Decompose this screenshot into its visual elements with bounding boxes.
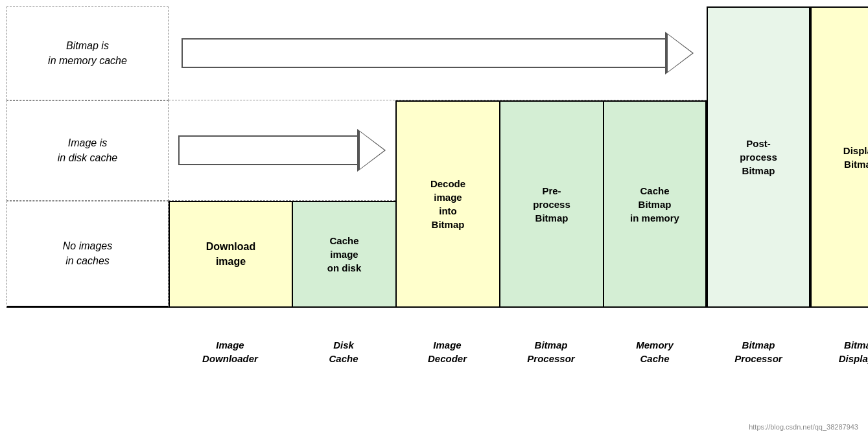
footer-bitmap-processor-1: Bitmap Processor — [499, 330, 603, 402]
cache-bitmap-box: Cache Bitmap in memory — [603, 100, 707, 308]
watermark-text: https://blog.csdn.net/qq_38287943 — [749, 423, 858, 431]
footer-bitmap-processor-2: Bitmap Processor — [707, 330, 810, 402]
footer-memory-cache: Memory Cache — [603, 330, 707, 402]
diagram-container: Bitmap is in memory cache Post- process … — [0, 0, 868, 436]
decode-image-text: Decode image into Bitmap — [430, 177, 465, 231]
footer-bitmap-processor-2-text: Bitmap Processor — [734, 338, 782, 365]
row2-label-text: Image is in disk cache — [58, 136, 118, 165]
post-process-bitmap-text: Post- process Bitmap — [740, 137, 777, 178]
preprocess-bitmap-box: Pre- process Bitmap — [499, 100, 603, 308]
large-arrow — [182, 34, 694, 73]
row1-label: Bitmap is in memory cache — [6, 6, 169, 100]
row3-label-text: No images in caches — [63, 239, 112, 268]
display-bitmap-box: Display Bitmap — [810, 6, 868, 308]
row2-arrow-area — [169, 100, 395, 201]
watermark: https://blog.csdn.net/qq_38287943 — [749, 423, 858, 431]
download-image-box: Download image — [169, 201, 292, 308]
footer-bitmap-processor-1-text: Bitmap Processor — [527, 338, 574, 365]
footer-bitmap-displayer: Bitmap Displayer — [810, 330, 868, 402]
main-grid: Bitmap is in memory cache Post- process … — [6, 6, 862, 402]
post-process-bitmap-box: Post- process Bitmap — [707, 6, 810, 308]
cache-bitmap-text: Cache Bitmap in memory — [630, 184, 679, 225]
footer-disk-cache-text: Disk Cache — [329, 338, 358, 365]
footer-memory-cache-text: Memory Cache — [636, 338, 674, 365]
row3-label: No images in caches — [6, 201, 169, 308]
preprocess-bitmap-text: Pre- process Bitmap — [533, 184, 570, 225]
row1-arrow-area — [169, 6, 707, 100]
footer-empty — [6, 330, 169, 402]
separator — [6, 308, 868, 330]
download-image-text: Download image — [206, 240, 255, 269]
footer-image-decoder-text: Image Decoder — [428, 338, 467, 365]
cache-disk-box: Cache image on disk — [292, 201, 395, 308]
footer-disk-cache: Disk Cache — [292, 330, 395, 402]
medium-arrow — [178, 131, 386, 170]
footer-image-downloader: Image Downloader — [169, 330, 292, 402]
decode-image-box: Decode image into Bitmap — [395, 100, 499, 308]
row2-label: Image is in disk cache — [6, 100, 169, 201]
row1-label-text: Bitmap is in memory cache — [48, 39, 127, 68]
footer-image-downloader-text: Image Downloader — [202, 338, 258, 365]
cache-disk-text: Cache image on disk — [327, 234, 362, 275]
footer-image-decoder: Image Decoder — [395, 330, 499, 402]
footer-bitmap-displayer-text: Bitmap Displayer — [839, 338, 868, 365]
display-bitmap-text: Display Bitmap — [843, 144, 868, 171]
